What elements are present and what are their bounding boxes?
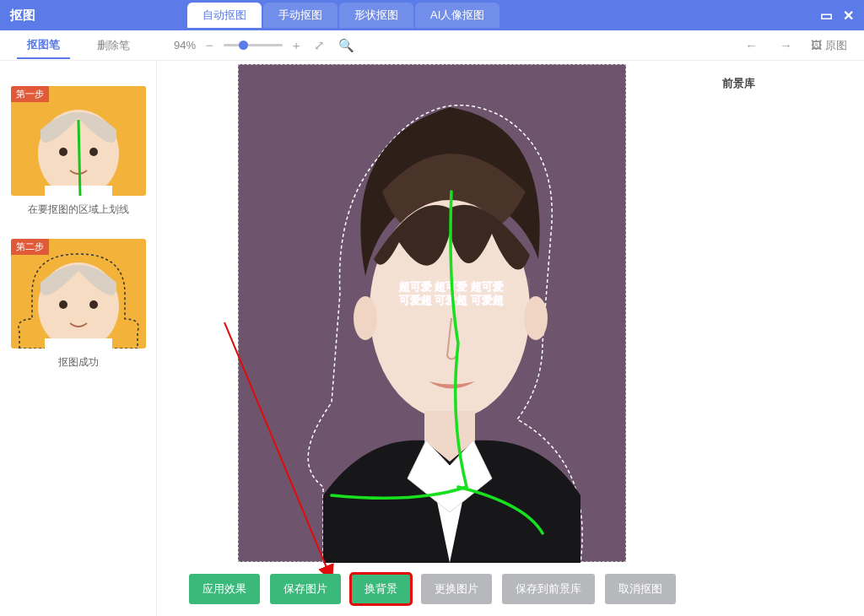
zoom-value: 94% — [174, 39, 196, 51]
redo-icon[interactable]: → — [776, 36, 796, 54]
mode-tabs: 自动抠图 手动抠图 形状抠图 AI人像抠图 — [187, 3, 500, 28]
change-image-button[interactable]: 更换图片 — [421, 574, 492, 604]
guide-step2-thumb: 第二步 — [11, 239, 146, 349]
minimize-icon[interactable]: ▭ — [820, 8, 833, 24]
svg-point-3 — [89, 148, 98, 156]
svg-point-11 — [354, 296, 377, 340]
app-title: 抠图 — [10, 8, 35, 24]
zoom-out-icon[interactable]: − — [202, 36, 217, 54]
zoom-slider[interactable] — [224, 44, 283, 46]
center-area: 超可爱 超可爱 超可爱 可爱超 可爱超 可爱超 — [157, 61, 707, 616]
fit-icon[interactable]: ⤢ — [310, 36, 328, 55]
step2-caption: 抠图成功 — [58, 355, 99, 370]
erase-tool[interactable]: 删除笔 — [87, 33, 140, 58]
brush-tool[interactable]: 抠图笔 — [17, 32, 70, 59]
svg-point-7 — [59, 300, 68, 309]
save-button[interactable]: 保存图片 — [270, 574, 341, 604]
step1-caption: 在要抠图的区域上划线 — [28, 203, 129, 217]
magnify-icon[interactable]: 🔍 — [335, 36, 358, 55]
svg-point-8 — [89, 300, 98, 309]
image-icon: 🖼 — [811, 39, 822, 51]
svg-point-2 — [59, 148, 68, 156]
toolbar: 抠图笔 删除笔 94% − + ⤢ 🔍 ← → 🖼 原图 — [0, 30, 864, 61]
guide-panel: 第一步 在要抠图的区域上划线 第二步 抠图成功 — [0, 61, 157, 616]
undo-icon[interactable]: ← — [742, 36, 761, 54]
tab-auto[interactable]: 自动抠图 — [187, 3, 262, 28]
tab-ai[interactable]: AI人像抠图 — [415, 3, 500, 28]
svg-rect-4 — [45, 186, 112, 196]
tab-manual[interactable]: 手动抠图 — [263, 3, 338, 28]
tab-shape[interactable]: 形状抠图 — [339, 3, 413, 28]
svg-rect-9 — [45, 338, 112, 349]
foreground-library-panel: 前景库 — [707, 61, 864, 616]
close-icon[interactable]: ✕ — [843, 8, 854, 24]
step1-badge: 第一步 — [11, 86, 49, 102]
cancel-button[interactable]: 取消抠图 — [605, 574, 676, 604]
step2-badge: 第二步 — [11, 239, 49, 255]
zoom-in-icon[interactable]: + — [289, 36, 304, 54]
change-bg-button[interactable]: 换背景 — [351, 574, 411, 604]
save-fg-button[interactable]: 保存到前景库 — [502, 574, 595, 604]
guide-step1-thumb: 第一步 — [11, 86, 146, 196]
fg-lib-title: 前景库 — [722, 76, 849, 91]
original-button[interactable]: 🖼 原图 — [811, 38, 847, 53]
action-bar: 应用效果 保存图片 换背景 更换图片 保存到前景库 取消抠图 — [157, 574, 707, 604]
apply-button[interactable]: 应用效果 — [189, 574, 260, 604]
titlebar: 抠图 自动抠图 手动抠图 形状抠图 AI人像抠图 ▭ ✕ — [0, 0, 864, 30]
watermark-text-2: 可爱超 可爱超 可爱超 — [398, 294, 504, 306]
editing-canvas[interactable]: 超可爱 超可爱 超可爱 可爱超 可爱超 可爱超 — [238, 64, 626, 562]
